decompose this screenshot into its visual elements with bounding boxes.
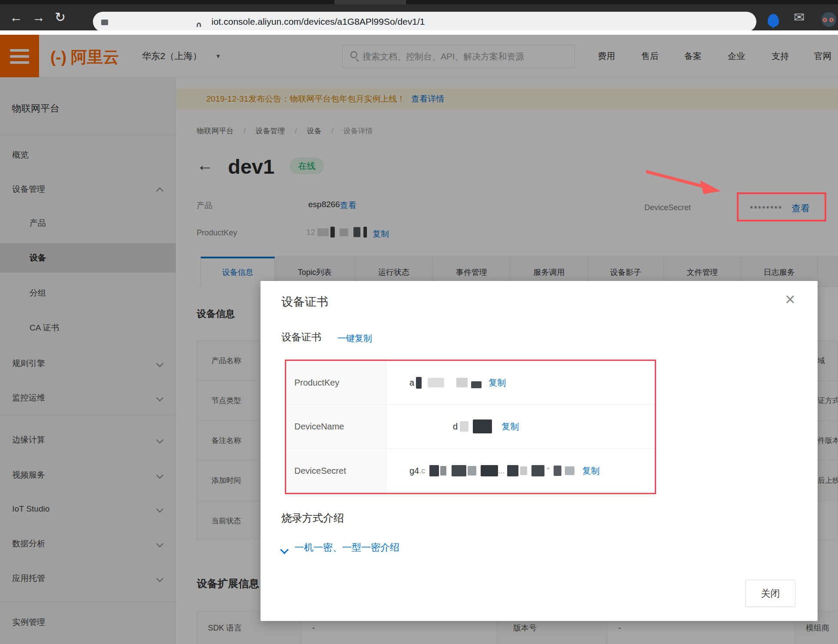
redaction-block — [416, 377, 422, 389]
url-text: iot.console.aliyun.com/devices/a1G8APl99… — [211, 12, 425, 32]
redaction-block — [460, 421, 468, 432]
cert-row-devicesecret: DeviceSecret g4 .c ... ” 复制 — [286, 449, 655, 493]
cert-visible-chars: g4 — [409, 466, 419, 476]
copy-all-link[interactable]: 一键复制 — [337, 333, 372, 344]
browser-address-bar[interactable]: iot.console.aliyun.com/devices/a1G8APl99… — [93, 12, 756, 32]
cert-value-redacted: a 复制 — [409, 361, 506, 404]
lock-icon — [197, 23, 201, 27]
browser-tab-strip — [0, 0, 838, 4]
redaction-block — [531, 465, 544, 476]
lock-icon-body — [101, 20, 108, 25]
redaction-block — [565, 466, 574, 475]
close-button[interactable]: 关闭 — [746, 580, 795, 607]
burn-method-heading: 烧录方式介绍 — [281, 511, 344, 525]
redaction-block — [468, 466, 476, 476]
close-icon[interactable]: × — [785, 291, 795, 308]
cert-faint-chars: ... — [498, 466, 505, 476]
chevron-down-icon[interactable] — [280, 545, 289, 554]
redaction-block — [456, 378, 468, 387]
browser-profile-avatar[interactable] — [822, 12, 836, 27]
cert-value-redacted: d 复制 — [453, 405, 519, 448]
redaction-block — [428, 378, 444, 387]
copy-link[interactable]: 复制 — [488, 377, 506, 389]
modal-title: 设备证书 — [281, 294, 328, 310]
secret-intro-link[interactable]: 一机一密、一型一密介绍 — [294, 541, 399, 554]
cert-label: DeviceName — [294, 405, 344, 448]
cert-faint-chars: .c — [419, 466, 425, 476]
extension-balloon-icon[interactable] — [768, 14, 779, 27]
certificate-table: ProductKey a 复制 DeviceName d — [285, 360, 656, 494]
cert-value-redacted: g4 .c ... ” 复制 — [409, 449, 600, 493]
copy-link[interactable]: 复制 — [501, 421, 519, 433]
certificate-subtitle: 设备证书 — [281, 330, 321, 344]
cert-visible-chars: d — [453, 422, 458, 432]
page-top-gap — [0, 30, 838, 35]
redaction-block — [507, 465, 518, 476]
cert-label: ProductKey — [294, 361, 339, 404]
redaction-block — [473, 419, 492, 433]
cert-faint-chars: ” — [544, 466, 551, 476]
redaction-block — [440, 466, 446, 476]
browser-toolbar: ← → ↻ iot.console.aliyun.com/devices/a1G… — [0, 4, 838, 30]
screenshot-stage: ← → ↻ iot.console.aliyun.com/devices/a1G… — [0, 0, 838, 644]
browser-active-tab[interactable] — [334, 0, 406, 4]
redaction-block — [452, 465, 466, 476]
copy-link[interactable]: 复制 — [582, 465, 600, 477]
redaction-block — [554, 466, 561, 476]
redaction-block — [481, 465, 498, 476]
browser-back-icon[interactable]: ← — [10, 4, 23, 30]
redaction-block — [520, 466, 527, 475]
annotation-red-box — [737, 192, 826, 221]
cert-row-devicename: DeviceName d 复制 — [286, 405, 655, 449]
redaction-block — [471, 381, 482, 388]
cert-label: DeviceSecret — [294, 449, 346, 493]
redaction-block — [429, 465, 439, 476]
extension-mail-icon[interactable]: ✉ — [794, 10, 805, 25]
browser-forward-icon[interactable]: → — [32, 4, 45, 30]
browser-reload-icon[interactable]: ↻ — [55, 4, 66, 30]
cert-row-productkey: ProductKey a 复制 — [286, 361, 655, 405]
cert-visible-chars: a — [409, 378, 414, 388]
device-certificate-modal: × 设备证书 设备证书 一键复制 ProductKey a 复制 — [261, 281, 818, 621]
annotation-red-arrow — [638, 167, 734, 206]
